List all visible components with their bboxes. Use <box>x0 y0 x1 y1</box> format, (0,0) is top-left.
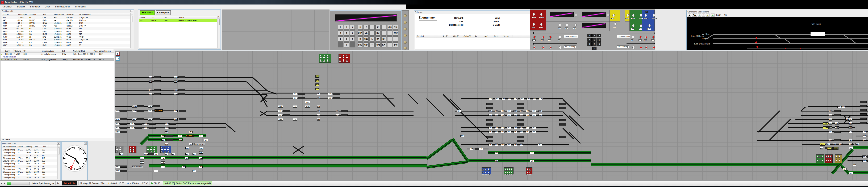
button-BÜFT[interactable] <box>626 14 629 17</box>
button-dot[interactable] <box>653 46 655 49</box>
track-label-056[interactable]: 056 <box>520 110 523 112</box>
button-dot[interactable] <box>542 46 545 49</box>
track-label-127[interactable]: 127 <box>849 172 853 174</box>
track-label-067[interactable]: 067 <box>526 114 530 116</box>
key-VG[interactable]: VG <box>364 31 369 36</box>
panel-button[interactable] <box>817 159 818 161</box>
key-F[interactable]: F <box>364 25 369 30</box>
panel-button[interactable] <box>830 159 831 161</box>
button-RT[interactable] <box>559 36 561 39</box>
track-label-142[interactable]: 142 <box>863 160 866 162</box>
brass-button[interactable] <box>404 41 407 44</box>
track-label-355[interactable]: 355 <box>829 131 832 133</box>
track-label-111[interactable]: 111 <box>495 160 498 162</box>
windows-icon[interactable]: ▣ <box>688 13 691 16</box>
track-label-647[interactable]: 647 <box>144 122 147 125</box>
panel-button[interactable] <box>826 155 827 157</box>
track-label-096[interactable]: 096 <box>520 144 523 146</box>
panel-button[interactable] <box>819 159 820 161</box>
track-label-222[interactable]: 222 <box>328 97 332 99</box>
table-row[interactable]: 05:061-10702ϟRE DKKBpünktlich05:06[210] … <box>2 38 130 41</box>
track-label-065[interactable]: 065 <box>514 114 517 116</box>
track-diagonal[interactable] <box>426 98 437 109</box>
key-KDZ[interactable]: KDZ <box>375 42 380 47</box>
track-label-176[interactable]: 176 <box>140 157 144 159</box>
button-HaGT[interactable] <box>540 23 542 26</box>
key-9[interactable]: 9 <box>597 34 601 37</box>
table-row[interactable]: 04:599-32208ϟSKKNpünktlich04:59S12 <box>2 30 130 33</box>
button-LsSpT[interactable] <box>533 13 535 16</box>
panel-button[interactable] <box>343 59 344 61</box>
track-segment[interactable] <box>261 98 394 99</box>
track-diagonal[interactable] <box>408 94 418 105</box>
panel-button[interactable] <box>511 172 512 174</box>
track-label-082[interactable]: 082 <box>495 131 498 133</box>
table-row[interactable]: ●0-30613ϟSBbf 12<<- o-[ angehaltenKKM(S)… <box>1 58 114 61</box>
track-label-094[interactable]: 094 <box>507 144 511 146</box>
window-titlebar[interactable]: KK12 Zentralstellwerk Köln Hbf 2012 <box>0 0 868 4</box>
menu-bearbeiten[interactable]: Bearbeiten <box>28 5 43 9</box>
track-label-604[interactable]: 604 <box>315 87 319 90</box>
panel-button[interactable] <box>527 172 528 174</box>
group-button-panel[interactable] <box>160 146 171 153</box>
track-label-097[interactable]: 097 <box>538 144 542 146</box>
track-label-160[interactable]: 160 <box>161 139 165 141</box>
track-label-V640[interactable]: V640 <box>278 118 283 120</box>
panel-button[interactable] <box>164 147 166 149</box>
key-ANN[interactable]: ANN <box>364 42 369 47</box>
track-segment[interactable] <box>461 98 563 99</box>
track-label-607[interactable]: 607 <box>164 122 168 125</box>
key-T[interactable]: T <box>369 42 375 47</box>
key-blank[interactable] <box>381 25 386 30</box>
panel-button[interactable] <box>485 168 487 170</box>
table-row[interactable]: 04:551-25404ϟMRBKKWpünktlich04:55[210] <box>2 22 130 25</box>
track-label-231[interactable]: 231 <box>336 110 339 112</box>
table-row[interactable]: 05:079-32213ϟSKKNpünktlich05:07S6 <box>2 44 130 46</box>
track-label-005[interactable]: 005 <box>829 114 832 116</box>
panel-button[interactable] <box>830 155 831 157</box>
track-label-043[interactable]: 043 <box>501 98 505 100</box>
track-label-156[interactable]: 156 <box>178 135 182 137</box>
track-label-061[interactable]: 061 <box>489 114 492 116</box>
key-KER[interactable]: KER <box>387 25 392 30</box>
group-button-panel[interactable] <box>504 167 514 174</box>
group-button-panel[interactable] <box>825 154 833 163</box>
panel-button[interactable] <box>151 150 152 152</box>
track-label-159[interactable]: 159 <box>164 143 168 145</box>
track-label-153[interactable]: 153 <box>204 139 208 141</box>
track-label-076[interactable]: 076 <box>520 126 523 129</box>
track-label-711[interactable]: 711 <box>863 131 866 133</box>
track-label-141[interactable]: 141 <box>863 155 866 158</box>
panel-button[interactable] <box>323 55 325 57</box>
track-label-055[interactable]: 055 <box>514 110 517 112</box>
table-row[interactable]: Gleissperrung27 J...05:4106:21110 <box>2 157 57 159</box>
track-label-A220[interactable]: A220 <box>305 101 310 103</box>
panel-button[interactable] <box>133 147 134 149</box>
track-label-KKER[interactable]: KKER <box>823 126 829 129</box>
track-label-239[interactable]: 239 <box>293 118 297 120</box>
panel-button[interactable] <box>839 155 840 157</box>
group-button-panel[interactable] <box>129 146 136 153</box>
key-blank[interactable] <box>387 36 392 42</box>
track-label-603[interactable]: 603 <box>315 83 319 86</box>
gleissperrungen-scrollbar[interactable]: ▲ <box>58 145 60 179</box>
key-4[interactable]: 4 <box>587 38 592 42</box>
route-set-track[interactable] <box>467 159 591 162</box>
track-label-052[interactable]: 052 <box>495 110 498 112</box>
table-row[interactable]: 68025409607Fahrstrasse einstellen <box>139 19 217 22</box>
tab-koeln-nippes[interactable]: Köln Nippes <box>156 10 170 15</box>
track-label-565[interactable]: 565 <box>826 143 830 145</box>
panel-button[interactable] <box>828 155 829 157</box>
panel-button[interactable] <box>505 168 506 170</box>
track-label-463[interactable]: 463 <box>132 118 136 120</box>
track-label-755[interactable]: 755 <box>829 122 832 124</box>
track-label-608[interactable]: 608 <box>164 127 168 129</box>
track-label-177[interactable]: 177 <box>154 170 158 172</box>
track-label-KKW[interactable]: KKW <box>833 147 838 150</box>
track-label-758[interactable]: 758 <box>829 118 832 120</box>
panel-button[interactable] <box>120 147 121 149</box>
panel-button[interactable] <box>817 155 818 157</box>
track-label-650[interactable]: 650 <box>130 127 134 129</box>
track-label-420[interactable]: 420 <box>820 147 824 149</box>
key-4[interactable]: 4 <box>338 31 343 36</box>
